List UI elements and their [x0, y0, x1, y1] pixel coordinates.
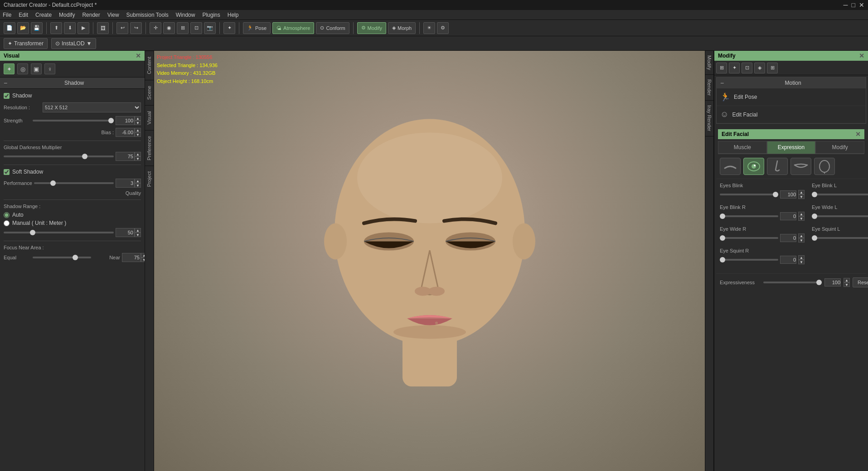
reset-button[interactable]: Reset	[853, 277, 868, 287]
shadow-checkbox[interactable]	[4, 93, 10, 99]
global-darkness-slider[interactable]	[4, 155, 114, 157]
nose-facial-btn[interactable]	[767, 158, 788, 175]
light-panel-icon[interactable]: ✦	[4, 63, 15, 74]
expressiveness-slider[interactable]	[763, 282, 822, 283]
manual-slider[interactable]	[4, 232, 114, 233]
quality-down-btn[interactable]: ▼	[135, 183, 141, 188]
content-tab[interactable]: Content	[145, 51, 154, 80]
visual-tab[interactable]: Visual	[145, 105, 154, 130]
conform-btn[interactable]: ⊙ Conform	[316, 22, 349, 34]
morph-btn[interactable]: ◈ Morph	[388, 22, 416, 34]
save-btn[interactable]: 💾	[31, 22, 43, 34]
auto-radio[interactable]	[4, 212, 10, 218]
minus-motion-icon[interactable]: −	[720, 79, 724, 87]
orbit-btn[interactable]: ◉	[163, 22, 175, 34]
eye-squint-r-down[interactable]: ▼	[798, 260, 805, 264]
eyes-blink-slider[interactable]	[720, 194, 778, 195]
menu-submission-tools[interactable]: Submission Tools	[126, 12, 169, 18]
muscle-tab[interactable]: Muscle	[718, 141, 767, 154]
menu-render[interactable]: Render	[82, 12, 100, 18]
menu-edit[interactable]: Edit	[19, 12, 28, 18]
redo-btn[interactable]: ↪	[130, 22, 142, 34]
close-btn[interactable]: ✕	[859, 1, 864, 9]
focus-up-btn[interactable]: ▲	[141, 253, 145, 257]
eye-blink-r-input[interactable]	[780, 212, 796, 220]
zoom-fit-btn[interactable]: ⊡	[190, 22, 202, 34]
rp-param-icon[interactable]: ⊞	[716, 63, 727, 73]
modify-side-tab[interactable]: Modify	[705, 51, 713, 75]
eye-blink-r-up[interactable]: ▲	[798, 212, 805, 216]
minimize-btn[interactable]: ─	[844, 1, 848, 9]
rp-skin-icon[interactable]: ⊡	[742, 63, 752, 73]
eyes-blink-up[interactable]: ▲	[798, 190, 805, 194]
modify-facial-tab[interactable]: Modify	[815, 141, 864, 154]
strength-slider[interactable]	[33, 120, 114, 121]
visual-close-btn[interactable]: ✕	[136, 52, 141, 59]
menu-window[interactable]: Window	[176, 12, 195, 18]
eye-blink-r-down[interactable]: ▼	[798, 216, 805, 221]
bias-down-btn[interactable]: ▼	[135, 132, 141, 137]
expressiveness-input[interactable]	[824, 278, 841, 286]
light-settings-btn[interactable]: ⚙	[437, 22, 449, 34]
rp-bone-icon[interactable]: ✦	[729, 63, 740, 73]
rp-grid-icon[interactable]: ⊞	[767, 63, 778, 73]
expression-tab[interactable]: Expression	[767, 141, 816, 154]
pose-btn[interactable]: 🏃 Pose	[243, 22, 271, 34]
resolution-select[interactable]: 512 X 512 128 X 128 256 X 256 1024 X 102…	[43, 102, 141, 112]
eye-wide-r-input[interactable]	[780, 234, 796, 242]
manual-input[interactable]	[116, 228, 135, 237]
eye-wide-r-slider[interactable]	[720, 237, 778, 239]
titlebar-controls[interactable]: ─ □ ✕	[844, 1, 864, 9]
strength-down-btn[interactable]: ▼	[135, 121, 141, 125]
eye-blink-r-slider[interactable]	[720, 215, 778, 217]
mouth-facial-btn[interactable]	[790, 158, 811, 175]
modify-close-btn[interactable]: ✕	[859, 52, 864, 59]
global-darkness-down-btn[interactable]: ▼	[135, 156, 141, 161]
edit-facial-motion-btn[interactable]: ☺ Edit Facial	[717, 106, 866, 123]
menu-view[interactable]: View	[107, 12, 119, 18]
menu-create[interactable]: Create	[35, 12, 52, 18]
strength-up-btn[interactable]: ▲	[135, 116, 141, 121]
maximize-btn[interactable]: □	[852, 1, 855, 9]
eye-squint-r-up[interactable]: ▲	[798, 255, 805, 260]
manual-up-btn[interactable]: ▲	[135, 228, 141, 233]
global-darkness-up-btn[interactable]: ▲	[135, 152, 141, 156]
iray-render-side-tab[interactable]: Iray Render	[705, 101, 713, 136]
bias-up-btn[interactable]: ▲	[135, 128, 141, 132]
edit-pose-btn[interactable]: 🏃 Edit Pose	[717, 88, 866, 106]
light-add-btn[interactable]: ☀	[423, 22, 435, 34]
new-file-btn[interactable]: 📄	[4, 22, 15, 34]
eye-blink-l-slider[interactable]	[812, 194, 868, 195]
eyes-blink-down[interactable]: ▼	[798, 194, 805, 199]
project-tab[interactable]: Project	[145, 165, 154, 192]
export-btn[interactable]: ⬇	[64, 22, 76, 34]
eye-wide-r-up[interactable]: ▲	[798, 233, 805, 238]
atmosphere-btn[interactable]: 🌤 Atmosphere	[272, 22, 314, 34]
box-panel-icon[interactable]: ▣	[31, 63, 42, 74]
expressiveness-up[interactable]: ▲	[844, 278, 850, 282]
menu-modify[interactable]: Modify	[59, 12, 75, 18]
menu-help[interactable]: Help	[228, 12, 239, 18]
focus-input[interactable]	[122, 253, 141, 262]
select-btn[interactable]: ✛	[150, 22, 161, 34]
soft-shadow-checkbox[interactable]	[4, 169, 10, 175]
preference-tab[interactable]: Preference	[145, 130, 154, 166]
eye-squint-r-slider[interactable]	[720, 259, 778, 261]
menu-plugins[interactable]: Plugins	[202, 12, 220, 18]
globe-panel-icon[interactable]: ◎	[17, 63, 28, 74]
quality-input[interactable]	[116, 179, 135, 188]
rp-morph-icon[interactable]: ◈	[754, 63, 765, 73]
focus-slider[interactable]	[33, 257, 91, 258]
screenshot-btn[interactable]: 🖼	[97, 22, 109, 34]
eye-squint-l-slider[interactable]	[812, 237, 868, 239]
modify-btn[interactable]: ⚙ Modify	[357, 22, 386, 34]
open-btn[interactable]: 📂	[17, 22, 29, 34]
eyes-blink-input[interactable]	[780, 190, 796, 199]
expressiveness-down[interactable]: ▼	[844, 282, 850, 287]
play-btn[interactable]: ▶	[78, 22, 89, 34]
undo-btn[interactable]: ↩	[116, 22, 128, 34]
import-btn[interactable]: ⬆	[50, 22, 62, 34]
instalod-item[interactable]: ⊙ InstaLOD ▼	[51, 38, 96, 49]
eye-facial-btn[interactable]	[743, 158, 764, 175]
edit-facial-close-btn[interactable]: ✕	[855, 131, 861, 138]
